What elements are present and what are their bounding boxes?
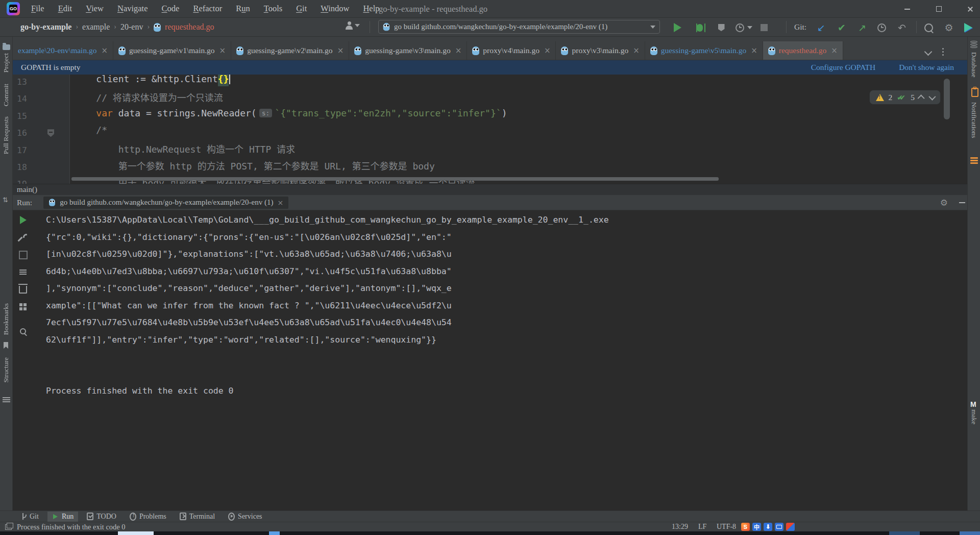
ime-grid-icon[interactable] — [786, 523, 795, 531]
settings-button[interactable]: ⚙ — [943, 22, 954, 33]
menu-git[interactable]: Git — [296, 4, 307, 14]
menu-navigate[interactable]: Navigate — [117, 4, 148, 14]
minimize-button[interactable] — [901, 4, 913, 15]
background-tasks-icon[interactable] — [5, 524, 12, 530]
more-options-icon[interactable] — [942, 48, 944, 56]
user-avatar[interactable] — [345, 21, 360, 30]
tool-window-button-problems[interactable]: Problems — [125, 512, 171, 522]
run-button[interactable] — [672, 22, 683, 33]
breadcrumb-project[interactable]: go-by-example — [20, 22, 71, 32]
debug-button[interactable] — [694, 22, 705, 33]
tool-window-button-todo[interactable]: TODO — [82, 512, 121, 522]
rollback-button[interactable]: ↷ — [896, 22, 908, 33]
close-icon[interactable]: × — [277, 199, 283, 207]
menu-help[interactable]: Help — [363, 4, 379, 14]
encoding-indicator[interactable]: UTF-8 — [717, 522, 736, 531]
menu-view[interactable]: View — [86, 4, 104, 14]
orange-lines-icon[interactable] — [970, 157, 978, 165]
ide-plugin-button[interactable] — [963, 22, 974, 33]
editor-tab[interactable]: guessing-game\v5\main.go× — [645, 41, 763, 60]
breadcrumb-folder[interactable]: 20-env — [120, 22, 143, 32]
close-icon[interactable]: × — [455, 46, 462, 55]
profiler-button[interactable] — [734, 22, 745, 33]
breadcrumb-folder[interactable]: example — [82, 22, 110, 32]
tool-button-make[interactable]: make — [970, 409, 978, 424]
stop-button[interactable] — [758, 22, 770, 33]
run-console-tab[interactable]: go build github.com/wangkechun/go-by-exa… — [43, 197, 288, 209]
console-output[interactable]: C:\Users\15387\AppData\Local\Temp\GoLand… — [46, 211, 960, 400]
tool-button-database[interactable]: Database — [970, 52, 978, 77]
editor-tab[interactable]: proxy\v3\main.go× — [556, 41, 645, 60]
restore-layout-button[interactable] — [17, 301, 29, 312]
git-commit-button[interactable]: ✔ — [836, 22, 847, 33]
close-icon[interactable]: × — [219, 46, 226, 55]
tool-button-project[interactable]: Project — [2, 53, 10, 72]
project-icon[interactable] — [3, 43, 10, 51]
vertical-scrollbar[interactable] — [944, 79, 950, 119]
tool-button-commit[interactable]: Commit — [2, 84, 10, 106]
chevron-down-icon[interactable] — [924, 48, 933, 56]
maximize-button[interactable] — [933, 4, 944, 15]
close-icon[interactable]: × — [751, 46, 757, 55]
configure-gopath-link[interactable]: Configure GOPATH — [811, 63, 875, 72]
breadcrumb-file[interactable]: requesthead.go — [165, 22, 214, 32]
editor-tab[interactable]: guessing-game\v2\main.go× — [231, 41, 349, 60]
close-icon[interactable]: × — [544, 46, 551, 55]
tool-window-button-git[interactable]: Git — [15, 512, 43, 522]
git-push-button[interactable]: ↗ — [856, 22, 868, 33]
tool-window-button-run[interactable]: Run — [47, 512, 78, 522]
bookmarks-icon[interactable] — [3, 342, 10, 350]
editor-tab[interactable]: example\20-env\main.go× — [13, 41, 113, 60]
fold-marker[interactable] — [47, 129, 54, 137]
inspections-widget[interactable]: 2 ✔✔ 5 — [869, 90, 941, 105]
tool-window-button-services[interactable]: Services — [224, 512, 266, 522]
modify-run-config-button[interactable] — [17, 232, 29, 243]
editor-tab[interactable]: guessing-game\v3\main.go× — [349, 41, 467, 60]
ime-lang-icon[interactable]: 中 — [752, 523, 761, 531]
next-issue-icon[interactable] — [928, 93, 936, 100]
tool-button-pull-requests[interactable]: Pull Requests — [2, 116, 10, 154]
menu-file[interactable]: File — [31, 4, 44, 14]
scroll-to-end-button[interactable] — [17, 266, 29, 278]
profiler-dropdown[interactable] — [746, 22, 753, 33]
editor-tab[interactable]: requesthead.go× — [763, 41, 843, 60]
history-button[interactable] — [876, 22, 887, 33]
structure-icon[interactable] — [3, 397, 10, 405]
context-function[interactable]: main() — [17, 185, 37, 194]
close-icon[interactable]: × — [831, 46, 838, 55]
menu-edit[interactable]: Edit — [58, 4, 72, 14]
prev-issue-icon[interactable] — [918, 94, 925, 102]
menu-tools[interactable]: Tools — [264, 4, 282, 14]
close-icon[interactable]: × — [633, 46, 640, 55]
close-button[interactable] — [965, 4, 976, 15]
database-icon[interactable] — [970, 41, 977, 48]
menu-code[interactable]: Code — [162, 4, 180, 14]
menu-window[interactable]: Window — [321, 4, 349, 14]
search-everywhere-button[interactable] — [923, 22, 934, 33]
tool-button-bookmarks[interactable]: Bookmarks — [2, 303, 10, 335]
horizontal-scrollbar[interactable] — [71, 177, 719, 181]
code-editor[interactable]: 13 client := &http.Client{}14 // 将请求体设置为… — [13, 75, 967, 184]
keyboard-icon[interactable] — [775, 523, 783, 531]
close-icon[interactable]: × — [102, 46, 108, 55]
tool-window-button-terminal[interactable]: Terminal — [175, 512, 219, 522]
menu-refactor[interactable]: Refactor — [193, 4, 222, 14]
close-icon[interactable]: × — [337, 46, 344, 55]
rerun-button[interactable] — [17, 214, 29, 226]
pin-tab-button[interactable] — [17, 326, 29, 337]
editor-tab[interactable]: proxy\v4\main.go× — [467, 41, 556, 60]
usb-drive-icon[interactable] — [970, 88, 978, 95]
gear-icon[interactable]: ⚙ — [940, 197, 948, 208]
coverage-button[interactable] — [716, 22, 727, 33]
run-config-select[interactable]: go build github.com/wangkechun/go-by-exa… — [378, 20, 660, 34]
hide-panel-icon[interactable] — [959, 202, 965, 203]
stop-button[interactable] — [17, 249, 29, 260]
ime-arrow-icon[interactable]: ⬇ — [764, 523, 772, 531]
tool-button-notifications[interactable]: Notifications — [970, 102, 978, 138]
editor-tab[interactable]: guessing-game\v1\main.go× — [113, 41, 231, 60]
make-icon[interactable]: M — [970, 400, 978, 408]
tool-button-structure[interactable]: Structure — [2, 357, 10, 383]
dont-show-again-link[interactable]: Don't show again — [899, 63, 954, 72]
line-separator-indicator[interactable]: LF — [698, 522, 706, 531]
menu-run[interactable]: Run — [236, 4, 250, 14]
